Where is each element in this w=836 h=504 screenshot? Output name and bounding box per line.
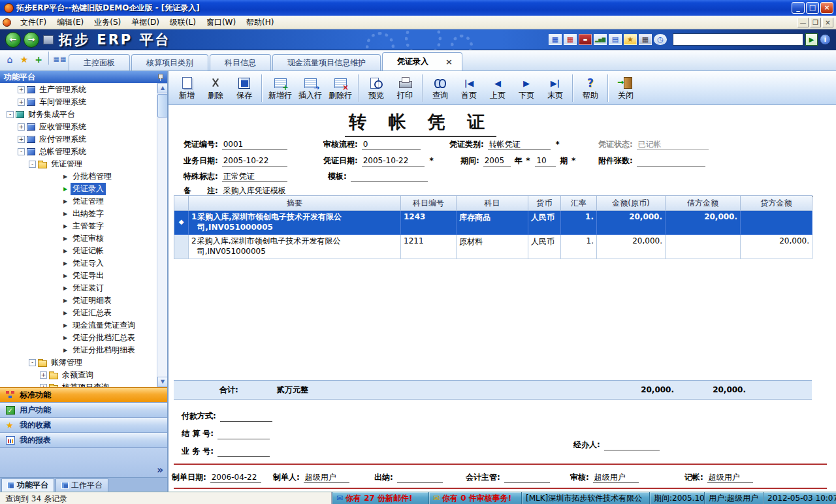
menu-item[interactable]: 业务(S) bbox=[89, 16, 126, 29]
attachments-input[interactable] bbox=[637, 157, 705, 166]
tree-item[interactable]: +核算项目查询 bbox=[0, 381, 157, 387]
credit-cell[interactable]: 20,000. bbox=[741, 235, 812, 259]
preview-button[interactable]: 预览 bbox=[362, 72, 391, 104]
calculator-icon[interactable] bbox=[639, 34, 652, 45]
add-favorite-icon[interactable]: + bbox=[33, 54, 44, 65]
tree-item[interactable]: ▶凭证记帐 bbox=[0, 245, 157, 257]
period-year-input[interactable]: 2005 bbox=[483, 156, 511, 166]
mdi-close-button[interactable]: × bbox=[822, 18, 833, 27]
insert-row-button[interactable]: 插入行 bbox=[295, 72, 325, 104]
mail-status[interactable]: ✉ 你有 27 份新邮件! bbox=[332, 492, 428, 504]
currency-cell[interactable]: 人民币 bbox=[528, 211, 561, 235]
mdi-minimize-button[interactable]: — bbox=[797, 18, 809, 27]
tree-item[interactable]: ▶凭证管理 bbox=[0, 195, 157, 208]
nav-back-button[interactable]: ← bbox=[5, 32, 21, 48]
tree-item[interactable]: ▶凭证分批档明细表 bbox=[0, 344, 157, 356]
tree-expander-icon[interactable]: + bbox=[40, 371, 47, 379]
delete-button[interactable]: 删除 bbox=[201, 72, 230, 104]
tree-item[interactable]: +生产管理系统 bbox=[0, 84, 157, 96]
new-button[interactable]: 新增 bbox=[172, 72, 201, 104]
tree-item[interactable]: ▶现金流量凭证查询 bbox=[0, 319, 157, 332]
close-button[interactable]: × bbox=[820, 2, 833, 14]
workspace-icon[interactable] bbox=[43, 35, 54, 44]
tree-item[interactable]: +应付管理系统 bbox=[0, 133, 157, 146]
tree-item[interactable]: ▶凭证导出 bbox=[0, 270, 157, 282]
info-icon[interactable]: i bbox=[820, 34, 831, 45]
tab[interactable]: 凭证录入× bbox=[382, 52, 462, 71]
menu-item[interactable]: 单据(D) bbox=[126, 16, 165, 29]
mdi-restore-button[interactable]: ❐ bbox=[810, 18, 821, 27]
menu-item[interactable]: 编辑(E) bbox=[52, 16, 89, 29]
voucher-type-input[interactable]: 转帐凭证 bbox=[488, 140, 551, 150]
close-button[interactable]: 关闭 bbox=[611, 72, 640, 104]
tab[interactable]: 现金流量项目信息维护 bbox=[272, 54, 381, 71]
table-icon[interactable] bbox=[549, 34, 562, 45]
rate-cell[interactable]: 1. bbox=[561, 235, 597, 259]
voucher-no-input[interactable]: 0001 bbox=[222, 140, 287, 150]
home-icon[interactable]: ⌂ bbox=[4, 54, 16, 65]
account-no-cell[interactable]: 1243 bbox=[401, 211, 457, 235]
panel-favorites[interactable]: 我的收藏 bbox=[0, 417, 167, 432]
currency-cell[interactable]: 人民币 bbox=[528, 235, 561, 259]
tree-expander-icon[interactable]: - bbox=[7, 111, 14, 118]
credit-cell[interactable] bbox=[741, 211, 812, 235]
tab[interactable]: 核算项目类别 bbox=[131, 54, 208, 71]
grid-view-icon[interactable]: ▦▦ bbox=[54, 54, 66, 65]
favorites-star-icon[interactable]: ★ bbox=[18, 54, 30, 65]
tree-item[interactable]: -凭证管理 bbox=[0, 158, 157, 170]
bottom-tab[interactable]: 功能平台 bbox=[1, 479, 54, 492]
nav-forward-button[interactable]: → bbox=[24, 32, 39, 48]
audit-status[interactable]: ✉ 你有 0 件审核事务! bbox=[428, 492, 521, 504]
menu-item[interactable]: 级联(L) bbox=[165, 16, 201, 29]
add-row-button[interactable]: 新增行 bbox=[265, 72, 295, 104]
scroll-thumb[interactable] bbox=[157, 94, 167, 118]
tab-close-icon[interactable]: × bbox=[445, 57, 453, 67]
first-button[interactable]: 首页 bbox=[455, 72, 483, 104]
tree-item[interactable]: -账簿管理 bbox=[0, 356, 157, 369]
toolbar-search-input[interactable] bbox=[673, 33, 803, 46]
summary-cell[interactable]: 1采购入库,深圳市领创电子技术开发有限公司,INV051000005 bbox=[189, 211, 401, 235]
tree-item[interactable]: ▶凭证汇总表 bbox=[0, 307, 157, 319]
tree-expander-icon[interactable]: + bbox=[18, 86, 25, 93]
tree-expander-icon[interactable]: - bbox=[18, 148, 25, 155]
tree-item[interactable]: +余额查询 bbox=[0, 369, 157, 381]
go-button[interactable]: ▶ bbox=[805, 33, 818, 46]
template-input[interactable] bbox=[351, 172, 428, 182]
scroll-down-icon[interactable]: ▼ bbox=[157, 377, 167, 387]
find-button[interactable]: 查询 bbox=[426, 72, 455, 104]
menu-item[interactable]: 窗口(W) bbox=[201, 16, 241, 29]
period-no-input[interactable]: 10 bbox=[535, 156, 556, 166]
debit-cell[interactable] bbox=[666, 235, 741, 259]
last-button[interactable]: 末页 bbox=[541, 72, 570, 104]
tree-item[interactable]: -总帐管理系统 bbox=[0, 146, 157, 158]
prev-button[interactable]: 上页 bbox=[483, 72, 512, 104]
debit-cell[interactable]: 20,000. bbox=[666, 211, 741, 235]
panel-org[interactable]: 标准功能 bbox=[0, 387, 167, 402]
grid-row[interactable]: 2采购入库,深圳市领创电子技术开发有限公司,INV0510000051211原材… bbox=[174, 235, 812, 259]
star-icon[interactable] bbox=[624, 34, 637, 45]
print-button[interactable]: 打印 bbox=[391, 72, 419, 104]
tree-expander-icon[interactable]: - bbox=[29, 161, 36, 168]
row-selector-cell[interactable] bbox=[174, 235, 189, 259]
panel-user-func[interactable]: 用户功能 bbox=[0, 402, 167, 417]
summary-cell[interactable]: 2采购入库,深圳市领创电子技术开发有限公司,INV051000005 bbox=[189, 235, 401, 259]
agent-input[interactable] bbox=[604, 441, 660, 450]
tree-item[interactable]: ▶凭证导入 bbox=[0, 257, 157, 270]
grid-row[interactable]: ◆1采购入库,深圳市领创电子技术开发有限公司,INV0510000051243库… bbox=[174, 211, 812, 235]
more-panels-chevron-icon[interactable]: » bbox=[157, 464, 163, 476]
tab[interactable]: 主控面板 bbox=[69, 54, 130, 71]
tree-item[interactable]: ▶主管签字 bbox=[0, 220, 157, 232]
tree-scrollbar[interactable]: ▲ ▼ bbox=[157, 83, 167, 387]
row-selector-cell[interactable]: ◆ bbox=[174, 211, 189, 235]
tree-item[interactable]: -财务集成平台 bbox=[0, 108, 157, 121]
tree-item[interactable]: ▶凭证明细表 bbox=[0, 294, 157, 307]
tree-expander-icon[interactable]: + bbox=[18, 123, 25, 131]
account-cell[interactable]: 原材料 bbox=[457, 235, 528, 259]
tree-item[interactable]: ▶出纳签字 bbox=[0, 208, 157, 220]
tree-expander-icon[interactable]: + bbox=[18, 99, 25, 106]
panel-reports[interactable]: 我的报表 bbox=[0, 432, 167, 447]
clock-icon[interactable] bbox=[654, 34, 667, 45]
delete-row-button[interactable]: 删除行 bbox=[325, 72, 355, 104]
tree-item[interactable]: +应收管理系统 bbox=[0, 121, 157, 133]
voucher-date-input[interactable]: 2005-10-22 bbox=[362, 156, 425, 166]
